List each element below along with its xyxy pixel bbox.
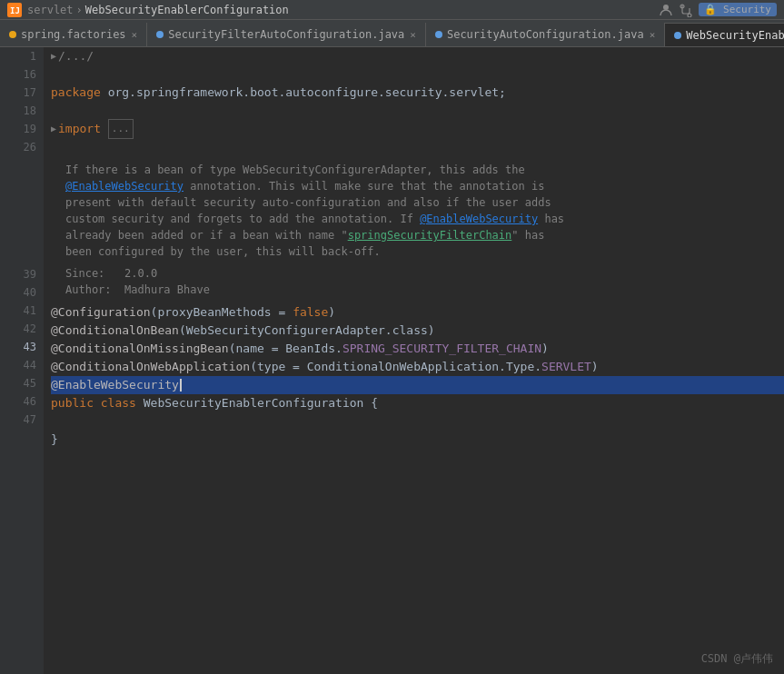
tab-close[interactable]: × [132, 29, 138, 41]
line-num-45: 45 [0, 374, 36, 392]
line-num-17: 17 [0, 84, 36, 102]
tab-label: WebSecurityEnablerConfiguration.java [686, 29, 784, 42]
tab-dot [9, 31, 16, 38]
line-num-26: 26 [0, 138, 36, 156]
line-num-47: 47 [0, 411, 36, 429]
line-num-40: 40 [0, 283, 36, 302]
code-line-39: @Configuration(proxyBeanMethods = false) [51, 303, 784, 322]
code-line-44: public class WebSecurityEnablerConfigura… [51, 394, 784, 412]
line-num-42: 42 [0, 320, 36, 338]
tab-web-security[interactable]: WebSecurityEnablerConfiguration.java × [665, 23, 784, 46]
code-line-41: @ConditionalOnMissingBean(name = BeanIds… [51, 340, 784, 358]
tab-label: spring.factories [21, 28, 126, 41]
javadoc-author: Author: Madhura Bhave [65, 282, 773, 298]
security-button[interactable]: 🔒 Security [699, 3, 777, 16]
tab-security-filter[interactable]: SecurityFilterAutoConfiguration.java × [147, 23, 426, 46]
svg-point-2 [663, 5, 669, 10]
enable-web-security-link-2[interactable]: @EnableWebSecurity [420, 213, 538, 225]
svg-text:IJ: IJ [10, 6, 20, 15]
line-num-16: 16 [0, 65, 36, 84]
line-num-43: 43 [0, 338, 36, 356]
watermark-text: CSDN @卢伟伟 [701, 652, 773, 665]
code-line-45 [51, 412, 784, 431]
tab-dot [435, 31, 442, 38]
javadoc-since: Since: 2.0.0 [65, 265, 773, 282]
user-icon[interactable] [659, 3, 673, 17]
watermark: CSDN @卢伟伟 [701, 651, 773, 667]
tab-security-auto[interactable]: SecurityAutoConfiguration.java × [426, 23, 665, 46]
line-num-39: 39 [0, 265, 36, 283]
line-num-18: 18 [0, 102, 36, 120]
line-num-41: 41 [0, 302, 36, 320]
vcs-icon[interactable] [679, 3, 693, 17]
editor: 1 16 17 18 19 26 39 40 41 42 43 44 45 46… [0, 47, 784, 674]
code-line-16 [51, 65, 784, 84]
fold-icon-1[interactable]: ▶ [51, 47, 56, 65]
tab-label: SecurityFilterAutoConfiguration.java [168, 28, 404, 41]
tab-close[interactable]: × [410, 29, 416, 41]
code-line-42: @ConditionalOnWebApplication(type = Cond… [51, 358, 784, 376]
title-text: WebSecurityEnablerConfiguration [85, 4, 289, 16]
text-cursor [180, 379, 182, 392]
tab-close[interactable]: × [650, 29, 656, 41]
enable-web-security-link-1[interactable]: @EnableWebSecurity [65, 180, 184, 193]
code-line-1: ▶ /.../ [51, 47, 784, 65]
code-line-26 [51, 138, 784, 156]
titlebar: IJ servlet › WebSecurityEnablerConfigura… [0, 0, 784, 20]
javadoc-block: ✎ If there is a bean of type WebSecurity… [55, 156, 784, 303]
spring-security-filter-chain-link[interactable]: springSecurityFilterChain [348, 229, 512, 242]
intellij-icon: IJ [7, 3, 22, 17]
code-line-46: } [51, 431, 784, 449]
code-area[interactable]: ▶ /.../ package org.springframework.boot… [44, 47, 784, 674]
code-line-18 [51, 102, 784, 120]
tabbar: spring.factories × SecurityFilterAutoCon… [0, 20, 784, 47]
code-line-47 [51, 449, 784, 467]
fold-icon-19[interactable]: ▶ [51, 120, 56, 138]
code-line-19: ▶ import ... [51, 120, 784, 138]
tab-spring-factories[interactable]: spring.factories × [0, 23, 147, 46]
line-number-gutter: 1 16 17 18 19 26 39 40 41 42 43 44 45 46… [0, 47, 44, 674]
title-servlet-path: servlet [27, 4, 74, 16]
line-num-46: 46 [0, 392, 36, 411]
line-num-44: 44 [0, 356, 36, 374]
tab-dot [674, 32, 681, 39]
line-num-1: 1 [0, 47, 36, 65]
tab-label: SecurityAutoConfiguration.java [447, 28, 644, 41]
javadoc-text: If there is a bean of type WebSecurityCo… [65, 162, 574, 260]
code-line-43: @EnableWebSecurity [51, 376, 784, 394]
code-line-40: @ConditionalOnBean(WebSecurityConfigurer… [51, 322, 784, 340]
code-line-17: package org.springframework.boot.autocon… [51, 84, 784, 102]
tab-dot [156, 31, 164, 38]
line-num-19: 19 [0, 120, 36, 138]
